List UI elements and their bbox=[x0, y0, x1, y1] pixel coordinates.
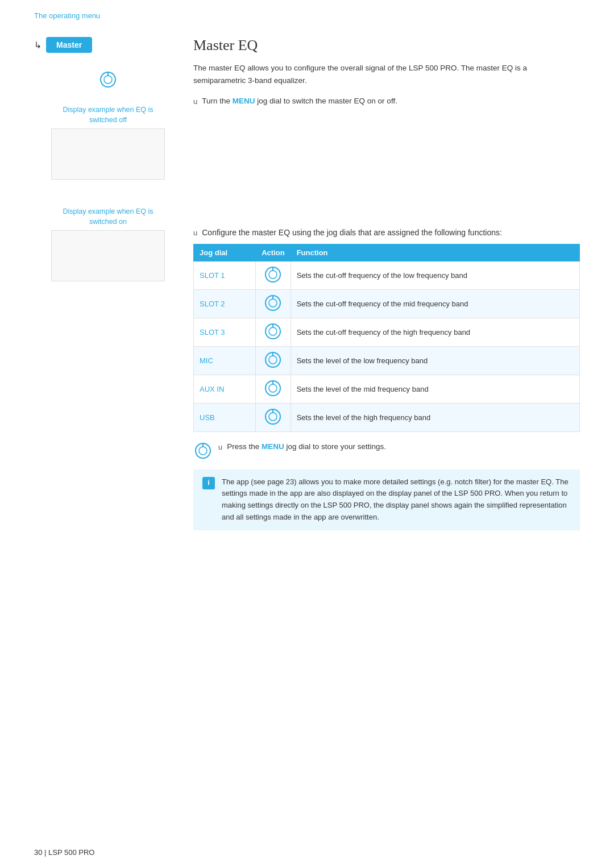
table-cell-jog: SLOT 2 bbox=[194, 289, 256, 318]
description-text: The master EQ allows you to configure th… bbox=[193, 62, 580, 86]
section-title: Master EQ bbox=[193, 37, 580, 54]
configure-instruction: u Configure the master EQ using the jog … bbox=[193, 228, 580, 237]
table-row: AUX IN Sets the level of the mid frequen… bbox=[194, 375, 580, 403]
bullet-2: u bbox=[193, 229, 197, 237]
table-cell-jog: SLOT 3 bbox=[194, 318, 256, 346]
table-cell-jog: AUX IN bbox=[194, 375, 256, 403]
table-row: SLOT 1 Sets the cut-off frequency of the… bbox=[194, 261, 580, 289]
display-off-placeholder bbox=[51, 128, 165, 180]
svg-point-16 bbox=[269, 384, 277, 392]
breadcrumb[interactable]: The operating menu bbox=[34, 11, 580, 20]
info-text: The app (see page 23) allows you to make… bbox=[222, 476, 571, 524]
table-cell-function: Sets the level of the mid frequency band bbox=[291, 375, 579, 403]
eq-table: Jog dial Action Function SLOT 1 Sets the… bbox=[193, 244, 580, 432]
jog-dial-icon-press bbox=[193, 441, 213, 460]
svg-point-19 bbox=[269, 413, 277, 421]
table-cell-function: Sets the cut-off frequency of the mid fr… bbox=[291, 289, 579, 318]
instruction-1-text: Turn the MENU jog dial to switch the mas… bbox=[202, 95, 397, 107]
master-button[interactable]: Master bbox=[46, 37, 92, 53]
table-header-function: Function bbox=[291, 244, 579, 261]
table-row: USB Sets the level of the high frequency… bbox=[194, 403, 580, 431]
configure-text: Configure the master EQ using the jog di… bbox=[202, 228, 502, 237]
master-nav: ↳ Master bbox=[34, 37, 92, 53]
table-cell-action bbox=[256, 289, 291, 318]
table-cell-function: Sets the level of the high frequency ban… bbox=[291, 403, 579, 431]
svg-point-7 bbox=[269, 299, 277, 307]
table-cell-action bbox=[256, 318, 291, 346]
table-cell-function: Sets the cut-off frequency of the low fr… bbox=[291, 261, 579, 289]
svg-point-13 bbox=[269, 356, 277, 364]
table-cell-jog: MIC bbox=[194, 346, 256, 375]
table-row: SLOT 3 Sets the cut-off frequency of the… bbox=[194, 318, 580, 346]
jog-dial-icon-top bbox=[98, 70, 118, 89]
table-cell-function: Sets the cut-off frequency of the high f… bbox=[291, 318, 579, 346]
bullet-1: u bbox=[193, 96, 197, 107]
spacer-for-displays bbox=[193, 114, 580, 228]
table-header-jogdial: Jog dial bbox=[194, 244, 256, 261]
info-box: i The app (see page 23) allows you to ma… bbox=[193, 470, 580, 530]
display-on-label: Display example when EQ isswitched on bbox=[63, 207, 153, 227]
menu-highlight-3: MENU bbox=[262, 442, 284, 451]
nav-arrow-icon: ↳ bbox=[34, 40, 42, 51]
table-cell-function: Sets the level of the low frequency band bbox=[291, 346, 579, 375]
svg-point-10 bbox=[269, 327, 277, 335]
table-cell-jog: SLOT 1 bbox=[194, 261, 256, 289]
table-cell-action bbox=[256, 346, 291, 375]
table-cell-action bbox=[256, 261, 291, 289]
svg-point-22 bbox=[199, 447, 207, 455]
table-cell-action bbox=[256, 403, 291, 431]
table-header-action: Action bbox=[256, 244, 291, 261]
table-cell-action bbox=[256, 375, 291, 403]
display-off-section: Display example when EQ isswitched off bbox=[34, 101, 182, 180]
page-footer: 30 | LSP 500 PRO bbox=[34, 848, 94, 857]
svg-point-1 bbox=[104, 76, 112, 84]
bullet-3: u bbox=[218, 442, 222, 453]
svg-point-4 bbox=[269, 271, 277, 279]
menu-highlight-1: MENU bbox=[233, 97, 255, 105]
display-off-label: Display example when EQ isswitched off bbox=[63, 105, 153, 125]
info-icon: i bbox=[202, 477, 215, 489]
display-on-section: Display example when EQ isswitched on bbox=[34, 202, 182, 281]
instruction-1: u Turn the MENU jog dial to switch the m… bbox=[193, 95, 580, 107]
instruction-3-text: Press the MENU jog dial to store your se… bbox=[227, 441, 386, 452]
instruction-3: u Press the MENU jog dial to store your … bbox=[193, 441, 580, 460]
table-row: MIC Sets the level of the low frequency … bbox=[194, 346, 580, 375]
display-on-placeholder bbox=[51, 230, 165, 281]
table-row: SLOT 2 Sets the cut-off frequency of the… bbox=[194, 289, 580, 318]
instruction-3-line: u Press the MENU jog dial to store your … bbox=[218, 441, 386, 453]
table-cell-jog: USB bbox=[194, 403, 256, 431]
